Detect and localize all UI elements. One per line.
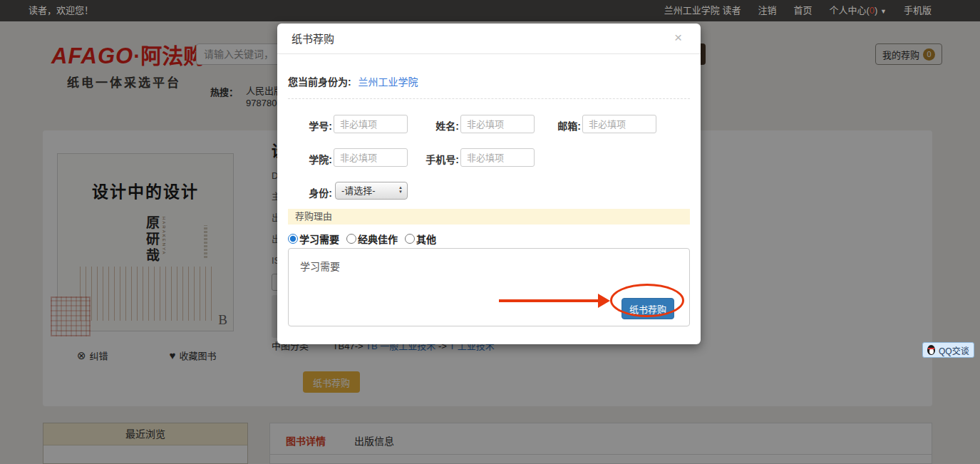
identity-select-value: -请选择- [341, 185, 376, 196]
identity-select[interactable]: -请选择- ▲▼ [335, 182, 408, 200]
identity-line: 您当前身份为: 兰州工业学院 [288, 74, 418, 88]
radio-study-need[interactable] [288, 234, 298, 244]
org-role-link[interactable]: 兰州工业学院 读者 [664, 0, 741, 22]
email-input[interactable] [582, 115, 656, 133]
form-row-2: 学院: 手机号: [277, 148, 701, 167]
qq-chat-button[interactable]: QQ交谈 [922, 342, 974, 358]
modal-body: 您当前身份为: 兰州工业学院 学号: 姓名: 邮箱: 学院: 手机号: 身份: [277, 54, 701, 344]
college-label: 学院: [277, 152, 332, 166]
modal-submit-button[interactable]: 纸书荐购 [621, 298, 674, 319]
logout-link[interactable]: 注销 [758, 0, 776, 22]
reason-section-header: 荐购理由 [288, 209, 690, 225]
radio-other-label[interactable]: 其他 [416, 232, 436, 246]
page: 读者，欢迎您！ 兰州工业学院 读者 注销 首页 个人中心(0) ▼ 手机版 AF… [0, 0, 980, 464]
radio-classic-work[interactable] [346, 234, 356, 244]
form-row-3: 身份: -请选择- ▲▼ [277, 182, 701, 200]
personal-center-link[interactable]: 个人中心(0) ▼ [830, 0, 887, 22]
close-icon[interactable]: × [674, 31, 682, 45]
phone-label: 手机号: [384, 152, 459, 166]
chevron-down-icon: ▼ [880, 8, 887, 15]
radio-classic-work-label[interactable]: 经典佳作 [358, 232, 398, 246]
identity-org-link[interactable]: 兰州工业学院 [359, 76, 418, 88]
role-label: 读者 [722, 5, 741, 16]
modal-title: 纸书荐购 [292, 24, 334, 54]
student-id-label: 学号: [277, 118, 332, 133]
identity-label: 您当前身份为: [288, 76, 351, 88]
qq-penguin-icon [927, 345, 936, 356]
paper-book-recommend-modal: 纸书荐购 × 您当前身份为: 兰州工业学院 学号: 姓名: 邮箱: 学院: 手机… [277, 24, 701, 344]
modal-header: 纸书荐购 × [277, 24, 701, 54]
email-label: 邮箱: [512, 118, 581, 133]
org-link[interactable]: 兰州工业学院 [664, 5, 720, 16]
identity-select-label: 身份: [277, 185, 332, 200]
topbar-links: 兰州工业学院 读者 注销 首页 个人中心(0) ▼ 手机版 [664, 0, 932, 22]
qq-chat-label: QQ交谈 [939, 344, 969, 356]
personal-center-count: 0 [870, 5, 875, 16]
name-label: 姓名: [384, 118, 459, 133]
form-row-1: 学号: 姓名: 邮箱: [277, 115, 701, 133]
home-link[interactable]: 首页 [794, 0, 813, 22]
phone-input[interactable] [460, 148, 535, 167]
dashed-divider [288, 98, 690, 99]
topbar: 读者，欢迎您！ 兰州工业学院 读者 注销 首页 个人中心(0) ▼ 手机版 [0, 0, 980, 21]
radio-other[interactable] [405, 234, 415, 244]
reason-radio-group: 学习需要 经典佳作 其他 [288, 232, 443, 246]
select-arrows-icon: ▲▼ [398, 185, 403, 194]
mobile-version-link[interactable]: 手机版 [904, 0, 932, 22]
radio-study-need-label[interactable]: 学习需要 [299, 232, 339, 246]
welcome-text: 读者，欢迎您！ [29, 0, 93, 21]
